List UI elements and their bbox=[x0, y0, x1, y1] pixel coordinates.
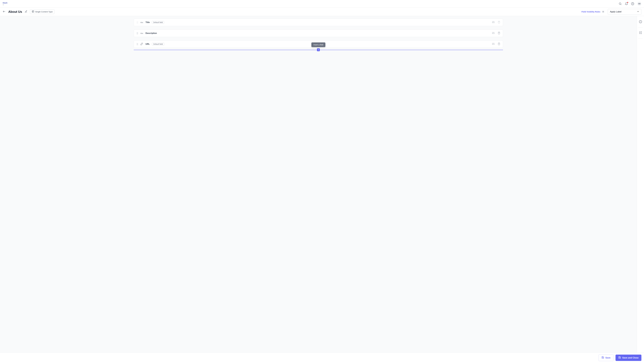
field-actions bbox=[492, 32, 500, 35]
delete-icon[interactable] bbox=[498, 32, 500, 35]
delete-icon[interactable] bbox=[498, 42, 500, 46]
svg-rect-5 bbox=[32, 10, 34, 12]
shapes-icon[interactable] bbox=[638, 30, 643, 36]
svg-point-27 bbox=[137, 34, 137, 34]
avatar-initials: GD bbox=[638, 3, 640, 5]
sub-header: About Us Single Content Type Field Visib… bbox=[0, 7, 644, 16]
svg-point-39 bbox=[138, 43, 138, 44]
text-field-type-icon: Abc bbox=[140, 32, 144, 34]
svg-point-62 bbox=[641, 33, 642, 34]
svg-point-40 bbox=[137, 44, 137, 44]
settings-icon[interactable] bbox=[492, 32, 494, 35]
field-row-title[interactable]: Abc Title Default field bbox=[134, 19, 503, 26]
sub-header-left: About Us Single Content Type bbox=[2, 9, 54, 14]
fields-container: Abc Title Default field bbox=[0, 16, 637, 353]
drag-handle-icon[interactable] bbox=[136, 32, 138, 34]
svg-point-11 bbox=[138, 22, 138, 23]
svg-point-42 bbox=[137, 45, 137, 45]
svg-rect-59 bbox=[641, 31, 642, 32]
svg-point-24 bbox=[138, 32, 138, 33]
field-name: Title bbox=[146, 21, 150, 23]
search-icon[interactable] bbox=[618, 2, 622, 5]
save-and-close-button[interactable]: Save and Close bbox=[616, 355, 642, 361]
svg-point-28 bbox=[138, 34, 138, 34]
svg-point-8 bbox=[137, 21, 137, 22]
link-field-type-icon bbox=[140, 43, 144, 46]
content-type-badge: Single Content Type bbox=[30, 9, 55, 14]
save-icon bbox=[602, 356, 604, 360]
field-visibility-rules-button[interactable]: Field Visibility Rules 0 bbox=[582, 10, 605, 13]
save-icon bbox=[618, 356, 621, 360]
svg-marker-58 bbox=[639, 31, 640, 32]
delete-icon bbox=[498, 21, 500, 24]
insert-field-tooltip: Insert a field bbox=[312, 42, 325, 47]
save-button[interactable]: Save bbox=[598, 355, 614, 361]
info-icon[interactable] bbox=[638, 19, 643, 25]
page-title: About Us bbox=[8, 10, 22, 13]
visibility-rules-label: Field Visibility Rules bbox=[582, 10, 600, 13]
insert-field-button[interactable] bbox=[317, 48, 320, 51]
svg-point-25 bbox=[137, 33, 137, 33]
field-name: URL bbox=[146, 43, 150, 45]
user-avatar[interactable]: GD bbox=[637, 2, 642, 6]
edit-icon[interactable] bbox=[25, 10, 27, 13]
field-actions bbox=[492, 21, 500, 24]
chevron-down-icon bbox=[637, 10, 639, 13]
right-rail bbox=[637, 16, 644, 353]
visibility-rules-count: 0 bbox=[602, 10, 605, 13]
help-icon[interactable] bbox=[631, 2, 634, 5]
notification-dot bbox=[627, 2, 628, 3]
svg-point-23 bbox=[137, 32, 137, 33]
svg-point-43 bbox=[138, 45, 138, 45]
sub-header-right: Field Visibility Rules 0 Apply Label bbox=[582, 9, 642, 15]
text-field-type-icon: Abc bbox=[140, 21, 144, 23]
svg-point-3 bbox=[632, 4, 633, 4]
notification-icon[interactable] bbox=[625, 2, 628, 5]
drag-handle-icon bbox=[136, 21, 138, 24]
insert-field-section: Insert a field bbox=[134, 48, 503, 51]
save-label: Save bbox=[606, 357, 610, 359]
stack-label: Stack bbox=[2, 2, 8, 4]
footer: Save Save and Close bbox=[0, 353, 644, 363]
settings-icon[interactable] bbox=[492, 21, 494, 24]
content-type-icon bbox=[32, 10, 34, 13]
main-area: Abc Title Default field bbox=[0, 16, 644, 353]
svg-line-1 bbox=[621, 4, 622, 5]
apply-label-text: Apply Label bbox=[610, 10, 622, 13]
svg-point-26 bbox=[138, 33, 138, 33]
svg-point-10 bbox=[137, 22, 137, 23]
default-field-badge: Default field bbox=[152, 21, 164, 24]
svg-point-41 bbox=[138, 44, 138, 44]
field-actions bbox=[492, 42, 500, 46]
top-header: Stack ▼ GD bbox=[0, 0, 644, 7]
content-type-label: Single Content Type bbox=[35, 10, 53, 13]
field-name: Description bbox=[146, 32, 157, 34]
svg-point-13 bbox=[138, 23, 138, 23]
caret-down-icon: ▼ bbox=[2, 4, 8, 5]
save-close-label: Save and Close bbox=[622, 357, 638, 359]
field-row-description[interactable]: Abc Description bbox=[134, 29, 503, 37]
svg-point-38 bbox=[137, 43, 137, 44]
stack-dropdown[interactable]: Stack ▼ bbox=[2, 2, 8, 5]
drag-handle-icon[interactable] bbox=[136, 43, 138, 45]
settings-icon[interactable] bbox=[492, 42, 494, 46]
svg-point-12 bbox=[137, 23, 137, 23]
default-field-badge: Default field bbox=[152, 43, 164, 45]
svg-point-9 bbox=[138, 21, 138, 22]
svg-point-0 bbox=[619, 3, 621, 4]
top-header-actions: GD bbox=[618, 2, 642, 6]
back-arrow-icon[interactable] bbox=[2, 10, 6, 13]
apply-label-dropdown[interactable]: Apply Label bbox=[608, 9, 642, 15]
